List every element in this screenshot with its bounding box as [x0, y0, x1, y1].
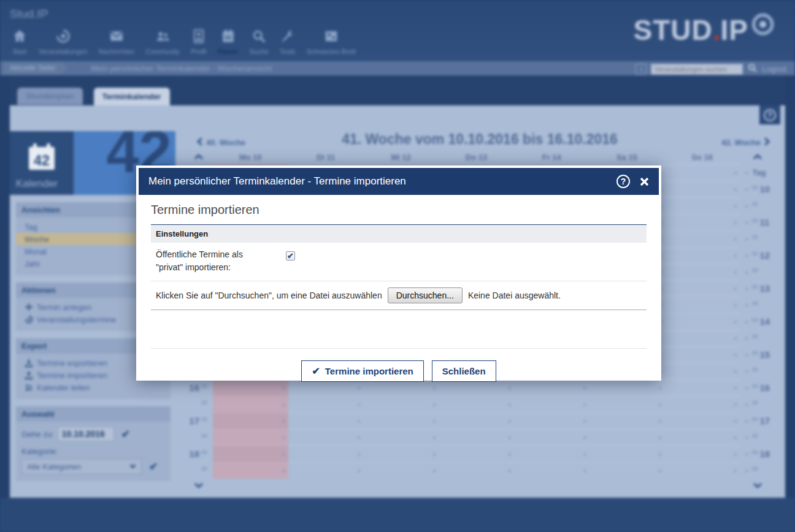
calendar-cell[interactable]: +	[288, 379, 364, 396]
nav-planer[interactable]: 42 Planer	[212, 28, 244, 55]
nav-profil[interactable]: Profil	[185, 28, 212, 55]
add-appointment-icon[interactable]: +	[282, 384, 285, 392]
close-button[interactable]: Schließen	[432, 360, 496, 382]
calendar-cell[interactable]: +	[664, 412, 740, 429]
add-appointment-icon[interactable]: +	[734, 368, 737, 375]
calendar-cell[interactable]: +	[664, 330, 740, 346]
add-appointment-icon[interactable]: +	[432, 450, 436, 458]
add-appointment-icon[interactable]: +	[734, 467, 737, 474]
calendar-cell[interactable]: +	[363, 462, 439, 479]
nav-suche[interactable]: Suche	[244, 28, 274, 55]
add-appointment-icon[interactable]: +	[734, 219, 737, 226]
add-appointment-icon[interactable]: +	[734, 351, 737, 359]
add-appointment-icon[interactable]: +	[745, 302, 748, 309]
calendar-cell[interactable]: +	[664, 346, 740, 363]
add-appointment-icon[interactable]: +	[357, 467, 361, 474]
calendar-cell[interactable]: +	[213, 462, 288, 479]
add-appointment-icon[interactable]: +	[745, 434, 748, 441]
add-appointment-icon[interactable]: +	[282, 401, 285, 408]
day-header-so[interactable]: So 16	[664, 153, 740, 162]
add-appointment-icon[interactable]: +	[734, 335, 737, 342]
calendar-cell[interactable]: +	[514, 379, 590, 396]
add-appointment-icon[interactable]: +	[734, 202, 737, 210]
calendar-cell[interactable]: +	[213, 379, 288, 396]
add-appointment-icon[interactable]: +	[734, 401, 737, 408]
add-appointment-icon[interactable]: +	[745, 417, 748, 425]
calendar-cell[interactable]: +	[514, 429, 590, 446]
calendar-cell[interactable]: +	[664, 363, 740, 379]
add-appointment-icon[interactable]: +	[745, 450, 748, 458]
add-appointment-icon[interactable]: +	[432, 384, 436, 392]
add-appointment-icon[interactable]: +	[658, 450, 662, 458]
add-appointment-icon[interactable]: +	[734, 417, 737, 425]
nav-community[interactable]: Community	[140, 28, 185, 55]
calendar-cell[interactable]: +	[288, 396, 364, 412]
add-appointment-icon[interactable]: +	[734, 186, 737, 193]
day-header-di[interactable]: Di 11	[288, 153, 364, 162]
add-appointment-icon[interactable]: +	[745, 186, 748, 193]
add-appointment-icon[interactable]: +	[745, 384, 748, 392]
calendar-cell[interactable]: +	[439, 446, 514, 462]
calendar-cell[interactable]: +	[288, 446, 364, 462]
add-appointment-icon[interactable]: +	[745, 219, 748, 226]
add-appointment-icon[interactable]: +	[734, 318, 737, 325]
help-icon[interactable]: ?	[616, 175, 630, 188]
next-week-button[interactable]: 42. Woche	[721, 137, 770, 148]
add-appointment-icon[interactable]: +	[583, 434, 586, 441]
day-header-mo[interactable]: Mo 10	[213, 153, 288, 162]
add-appointment-icon[interactable]: +	[282, 434, 285, 441]
add-appointment-icon[interactable]: +	[658, 467, 662, 474]
add-appointment-icon[interactable]: +	[357, 384, 361, 392]
add-appointment-icon[interactable]: +	[432, 401, 436, 408]
calendar-cell[interactable]: +	[288, 462, 364, 479]
add-appointment-icon[interactable]: +	[583, 467, 586, 474]
calendar-cell[interactable]: +	[439, 379, 514, 396]
add-appointment-icon[interactable]: +	[745, 318, 748, 325]
day-header-fr[interactable]: Fr 14	[514, 153, 590, 162]
add-appointment-icon[interactable]: +	[658, 417, 662, 425]
calendar-cell[interactable]: +	[213, 396, 288, 412]
add-appointment-icon[interactable]: +	[583, 384, 586, 392]
calendar-cell[interactable]: +	[664, 280, 740, 297]
calendar-cell[interactable]: +	[590, 429, 665, 446]
nav-nachrichten[interactable]: Nachrichten	[93, 28, 140, 55]
add-appointment-icon[interactable]: +	[357, 450, 361, 458]
add-appointment-icon[interactable]: +	[432, 417, 436, 425]
add-appointment-icon[interactable]: +	[658, 401, 662, 408]
calendar-cell[interactable]: +	[664, 429, 740, 446]
tab-terminkalender[interactable]: Terminkalender	[94, 88, 170, 105]
calendar-cell[interactable]: +	[664, 264, 740, 280]
add-appointment-icon[interactable]: +	[357, 401, 361, 408]
calendar-cell[interactable]: +	[363, 429, 439, 446]
calendar-cell[interactable]: +	[664, 379, 740, 396]
calendar-cell[interactable]: +	[288, 429, 364, 446]
calendar-cell[interactable]: +	[439, 429, 514, 446]
calendar-cell[interactable]: +	[664, 446, 740, 462]
calendar-cell[interactable]: +	[664, 181, 740, 197]
add-appointment-icon[interactable]: +	[745, 401, 748, 408]
calendar-cell[interactable]: +	[439, 462, 514, 479]
calendar-cell[interactable]: +	[664, 313, 740, 330]
calendar-cell[interactable]: +	[514, 412, 590, 429]
add-appointment-icon[interactable]: +	[745, 235, 748, 243]
calendar-cell[interactable]: +	[590, 462, 665, 479]
add-appointment-icon[interactable]: +	[282, 450, 285, 458]
add-appointment-icon[interactable]: +	[507, 417, 511, 425]
goto-submit-icon[interactable]: ✔	[121, 428, 130, 441]
add-appointment-icon[interactable]: +	[583, 450, 586, 458]
calendar-cell[interactable]: +	[664, 164, 740, 181]
day-header-sa[interactable]: Sa 15	[590, 153, 665, 162]
search-scope-icon[interactable]: i	[636, 64, 647, 75]
calendar-cell[interactable]: +	[664, 197, 740, 214]
browse-button[interactable]: Durchsuchen...	[388, 287, 463, 303]
add-appointment-icon[interactable]: +	[507, 467, 511, 474]
search-input[interactable]	[651, 64, 743, 75]
calendar-cell[interactable]: +	[363, 412, 439, 429]
category-submit-icon[interactable]: ✔	[149, 460, 158, 473]
add-appointment-icon[interactable]: +	[745, 335, 748, 342]
calendar-cell[interactable]: +	[590, 446, 665, 462]
add-appointment-icon[interactable]: +	[583, 401, 586, 408]
tab-stundenplan[interactable]: Stundenplan	[17, 88, 83, 105]
calendar-cell[interactable]: +	[664, 230, 740, 247]
add-appointment-icon[interactable]: +	[507, 450, 511, 458]
